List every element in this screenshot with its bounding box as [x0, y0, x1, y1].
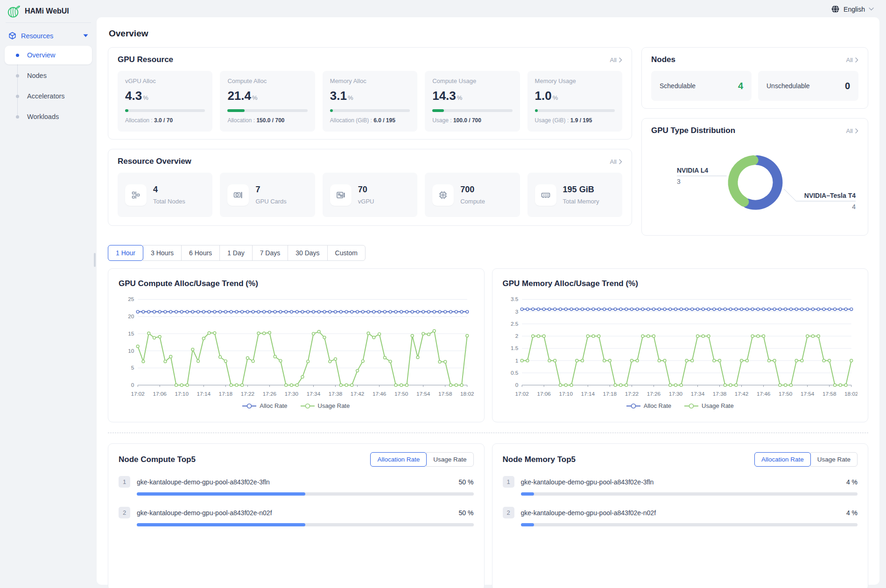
legend-marker-icon — [242, 403, 256, 409]
compute-allocation-rate-toggle[interactable]: Allocation Rate — [370, 452, 427, 467]
svg-text:NVIDIA L4: NVIDIA L4 — [677, 167, 708, 174]
chevron-right-icon — [855, 128, 858, 133]
metric-progress-fill — [125, 109, 128, 112]
node-compute-top5-card: Node Compute Top5 Allocation Rate Usage … — [108, 443, 485, 588]
compute-usage-rate-toggle[interactable]: Usage Rate — [426, 452, 473, 467]
top5-progress-fill — [521, 492, 534, 496]
legend-item[interactable]: Usage Rate — [684, 402, 734, 409]
svg-text:17:26: 17:26 — [647, 391, 660, 397]
sidebar-item-accelerators[interactable]: Accelerators — [5, 87, 92, 105]
gpu-resource-all-link[interactable]: All — [610, 56, 622, 63]
unschedulable-value: 0 — [845, 81, 850, 91]
node-name[interactable]: gke-kantaloupe-demo-gpu-pool-a843f02e-n0… — [137, 509, 452, 517]
ro-tile-compute: 700 Compute — [425, 173, 520, 217]
time-filter-custom[interactable]: Custom — [327, 245, 366, 261]
language-label: English — [844, 6, 865, 13]
chevron-right-icon — [619, 57, 622, 63]
metric-unit: % — [553, 94, 558, 101]
svg-text:17:10: 17:10 — [559, 391, 573, 397]
legend-item[interactable]: Alloc Rate — [626, 402, 671, 409]
main-panel: Overview GPU Resource All vGPU Alloc — [97, 17, 879, 585]
compute-trend-legend: Alloc RateUsage Rate — [119, 402, 474, 409]
sidebar-item-nodes[interactable]: Nodes — [5, 66, 92, 85]
metric-tile-memory-alloc: Memory Alloc 3.1% Allocation (GiB) : 6.0… — [323, 71, 417, 132]
svg-text:17:18: 17:18 — [219, 391, 232, 397]
top5-progress-track — [521, 492, 858, 496]
sidebar-item-label: Workloads — [27, 113, 59, 120]
top5-value: 50 % — [459, 478, 474, 486]
gpu-type-donut: NVIDIA–Tesla T44NVIDIA L43 — [651, 138, 859, 228]
metric-label: vGPU Alloc — [125, 77, 205, 84]
node-memory-top5-title: Node Memory Top5 — [503, 455, 576, 464]
svg-text:18:02: 18:02 — [844, 391, 858, 397]
ro-value: 195 GiB — [563, 185, 599, 195]
ro-value: 7 — [255, 185, 286, 195]
time-filter-7-days[interactable]: 7 Days — [252, 245, 288, 261]
legend-item[interactable]: Alloc Rate — [242, 402, 287, 409]
sidebar-group-resources[interactable]: Resources — [5, 28, 92, 44]
svg-text:20: 20 — [128, 313, 134, 319]
nodes-card: Nodes All Schedulable 4 Unschedulable — [641, 47, 868, 109]
hami-logo-icon — [7, 4, 21, 18]
ro-tile-gpu-cards: 7 GPU Cards — [220, 173, 315, 217]
submenu-dot — [16, 54, 19, 57]
svg-text:17:34: 17:34 — [690, 391, 704, 397]
ro-tile-vgpu: 70 vGPU — [323, 173, 417, 217]
top5-progress-fill — [137, 523, 305, 526]
sidebar-item-workloads[interactable]: Workloads — [5, 107, 92, 126]
time-filter-1-hour[interactable]: 1 Hour — [108, 245, 143, 261]
rank-badge: 1 — [503, 476, 514, 488]
svg-text:25: 25 — [128, 296, 134, 302]
rank-badge: 2 — [119, 507, 130, 518]
node-name[interactable]: gke-kantaloupe-demo-gpu-pool-a843f02e-3f… — [137, 478, 452, 486]
metric-unit: % — [143, 94, 148, 101]
metric-progress-fill — [227, 109, 245, 112]
submenu-dot — [16, 115, 19, 119]
svg-text:3: 3 — [515, 308, 518, 315]
time-filter-30-days[interactable]: 30 Days — [288, 245, 327, 261]
time-filter-1-day[interactable]: 1 Day — [219, 245, 253, 261]
submenu-dot — [16, 74, 19, 77]
resource-overview-all-link[interactable]: All — [610, 158, 622, 165]
metric-progress-fill — [432, 109, 444, 112]
compute-trend-chart: 051015202517:0217:0617:1017:1417:1817:22… — [119, 293, 474, 401]
metric-unit: % — [457, 94, 463, 101]
legend-label: Usage Rate — [318, 402, 350, 409]
top5-row: 1 gke-kantaloupe-demo-gpu-pool-a843f02e-… — [119, 476, 474, 496]
memory-allocation-rate-toggle[interactable]: Allocation Rate — [754, 452, 811, 467]
submenu-dot — [16, 95, 19, 98]
legend-item[interactable]: Usage Rate — [301, 402, 350, 409]
svg-text:2: 2 — [515, 333, 518, 339]
memory-usage-rate-toggle[interactable]: Usage Rate — [810, 452, 858, 467]
legend-marker-icon — [301, 403, 315, 409]
svg-text:17:46: 17:46 — [756, 391, 770, 397]
node-name[interactable]: gke-kantaloupe-demo-gpu-pool-a843f02e-3f… — [521, 478, 840, 486]
metric-progress-track — [125, 109, 205, 112]
rank-badge: 2 — [503, 507, 514, 518]
memory-top5-toggle: Allocation Rate Usage Rate — [754, 452, 858, 467]
metric-tile-vgpu-alloc: vGPU Alloc 4.3% Allocation : 3.0 / 70 — [118, 71, 212, 132]
memory-trend-chart: 00.511.522.533.517:0217:0617:1017:1417:1… — [503, 293, 858, 401]
svg-text:3: 3 — [677, 178, 681, 185]
nodes-card-title: Nodes — [651, 55, 675, 64]
memory-trend-legend: Alloc RateUsage Rate — [503, 402, 858, 409]
gpu-metric-grid: vGPU Alloc 4.3% Allocation : 3.0 / 70 Co… — [118, 71, 622, 132]
chevron-right-icon — [855, 57, 858, 63]
sidebar-collapse-handle[interactable] — [94, 253, 96, 267]
legend-marker-icon — [626, 403, 640, 409]
gpu-resource-title: GPU Resource — [118, 55, 173, 64]
nodes-all-link[interactable]: All — [846, 56, 858, 63]
gpu-type-all-link[interactable]: All — [846, 127, 858, 134]
time-filter-3-hours[interactable]: 3 Hours — [143, 245, 182, 261]
svg-text:1: 1 — [515, 357, 518, 364]
sidebar-item-overview[interactable]: Overview — [5, 46, 92, 64]
ro-label: GPU Cards — [255, 198, 286, 205]
node-name[interactable]: gke-kantaloupe-demo-gpu-pool-a843f02e-n0… — [521, 509, 840, 517]
metric-detail: Allocation : 3.0 / 70 — [125, 117, 205, 124]
language-switcher[interactable]: English — [831, 5, 874, 14]
svg-text:0.5: 0.5 — [510, 370, 518, 376]
svg-text:NVIDIA–Tesla T4: NVIDIA–Tesla T4 — [804, 192, 856, 199]
legend-label: Alloc Rate — [644, 402, 671, 409]
unschedulable-label: Unschedulable — [766, 82, 810, 90]
time-filter-6-hours[interactable]: 6 Hours — [181, 245, 220, 261]
